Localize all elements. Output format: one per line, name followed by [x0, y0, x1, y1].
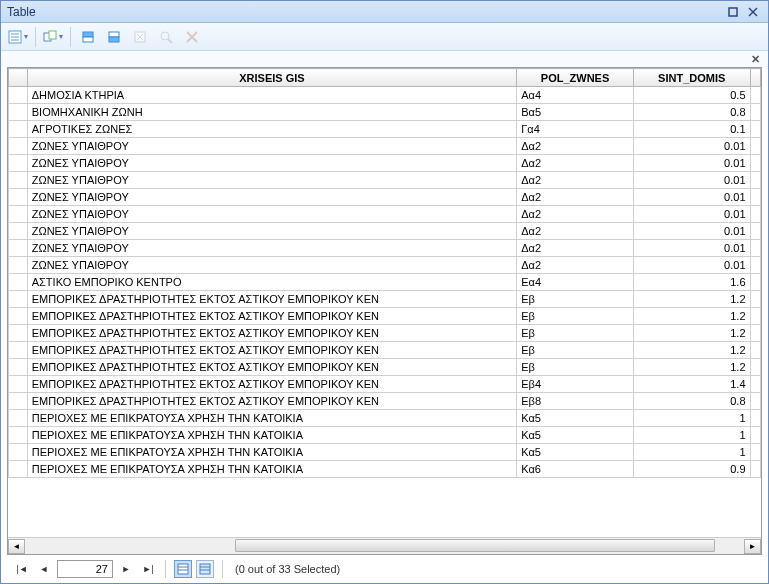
cell-xriseis[interactable]: ΖΩΝΕΣ ΥΠΑΙΘΡΟΥ: [27, 172, 517, 189]
table-row[interactable]: ΠΕΡΙΟΧΕΣ ΜΕ ΕΠΙΚΡΑΤΟΥΣΑ ΧΡΗΣΗ ΤΗΝ ΚΑΤΟΙΚ…: [9, 427, 761, 444]
delete-selected-icon[interactable]: [181, 26, 203, 48]
row-selector[interactable]: [9, 172, 28, 189]
cell-pol-zwnes[interactable]: Εβ: [517, 308, 634, 325]
table-row[interactable]: ΖΩΝΕΣ ΥΠΑΙΘΡΟΥΔα20.01: [9, 172, 761, 189]
close-icon[interactable]: [744, 5, 762, 19]
cell-pol-zwnes[interactable]: Κα5: [517, 444, 634, 461]
table-row[interactable]: ΕΜΠΟΡΙΚΕΣ ΔΡΑΣΤΗΡΙΟΤΗΤΕΣ ΕΚΤΟΣ ΑΣΤΙΚΟΥ Ε…: [9, 376, 761, 393]
last-record-button[interactable]: ►|: [139, 560, 157, 578]
column-header-xriseis[interactable]: XRISEIS GIS: [27, 69, 517, 87]
cell-xriseis[interactable]: ΕΜΠΟΡΙΚΕΣ ΔΡΑΣΤΗΡΙΟΤΗΤΕΣ ΕΚΤΟΣ ΑΣΤΙΚΟΥ Ε…: [27, 291, 517, 308]
row-selector[interactable]: [9, 444, 28, 461]
cell-sint-domis[interactable]: 0.01: [633, 189, 750, 206]
row-selector[interactable]: [9, 308, 28, 325]
cell-sint-domis[interactable]: 1.2: [633, 342, 750, 359]
table-row[interactable]: ΕΜΠΟΡΙΚΕΣ ΔΡΑΣΤΗΡΙΟΤΗΤΕΣ ΕΚΤΟΣ ΑΣΤΙΚΟΥ Ε…: [9, 342, 761, 359]
cell-xriseis[interactable]: ΕΜΠΟΡΙΚΕΣ ΔΡΑΣΤΗΡΙΟΤΗΤΕΣ ΕΚΤΟΣ ΑΣΤΙΚΟΥ Ε…: [27, 342, 517, 359]
scroll-left-button[interactable]: ◄: [8, 539, 25, 554]
table-row[interactable]: ΖΩΝΕΣ ΥΠΑΙΘΡΟΥΔα20.01: [9, 240, 761, 257]
column-header-sint-domis[interactable]: SINT_DOMIS: [633, 69, 750, 87]
table-row[interactable]: ΠΕΡΙΟΧΕΣ ΜΕ ΕΠΙΚΡΑΤΟΥΣΑ ΧΡΗΣΗ ΤΗΝ ΚΑΤΟΙΚ…: [9, 444, 761, 461]
row-selector[interactable]: [9, 206, 28, 223]
scroll-thumb[interactable]: [235, 539, 715, 552]
cell-xriseis[interactable]: ΕΜΠΟΡΙΚΕΣ ΔΡΑΣΤΗΡΙΟΤΗΤΕΣ ΕΚΤΟΣ ΑΣΤΙΚΟΥ Ε…: [27, 376, 517, 393]
cell-xriseis[interactable]: ΖΩΝΕΣ ΥΠΑΙΘΡΟΥ: [27, 138, 517, 155]
cell-pol-zwnes[interactable]: Δα2: [517, 155, 634, 172]
cell-xriseis[interactable]: ΖΩΝΕΣ ΥΠΑΙΘΡΟΥ: [27, 155, 517, 172]
cell-overflow[interactable]: [750, 444, 760, 461]
cell-xriseis[interactable]: ΠΕΡΙΟΧΕΣ ΜΕ ΕΠΙΚΡΑΤΟΥΣΑ ΧΡΗΣΗ ΤΗΝ ΚΑΤΟΙΚ…: [27, 427, 517, 444]
cell-sint-domis[interactable]: 0.01: [633, 206, 750, 223]
cell-pol-zwnes[interactable]: Δα2: [517, 240, 634, 257]
cell-overflow[interactable]: [750, 393, 760, 410]
cell-sint-domis[interactable]: 0.01: [633, 155, 750, 172]
cell-overflow[interactable]: [750, 359, 760, 376]
cell-overflow[interactable]: [750, 291, 760, 308]
cell-pol-zwnes[interactable]: Κα5: [517, 410, 634, 427]
table-row[interactable]: ΕΜΠΟΡΙΚΕΣ ΔΡΑΣΤΗΡΙΟΤΗΤΕΣ ΕΚΤΟΣ ΑΣΤΙΚΟΥ Ε…: [9, 325, 761, 342]
cell-sint-domis[interactable]: 0.01: [633, 172, 750, 189]
table-row[interactable]: ΑΓΡΟΤΙΚΕΣ ΖΩΝΕΣΓα40.1: [9, 121, 761, 138]
cell-pol-zwnes[interactable]: Εβ: [517, 342, 634, 359]
row-selector[interactable]: [9, 223, 28, 240]
cell-sint-domis[interactable]: 0.8: [633, 393, 750, 410]
row-selector[interactable]: [9, 104, 28, 121]
cell-pol-zwnes[interactable]: Δα2: [517, 138, 634, 155]
cell-xriseis[interactable]: ΖΩΝΕΣ ΥΠΑΙΘΡΟΥ: [27, 223, 517, 240]
cell-overflow[interactable]: [750, 427, 760, 444]
switch-selection-button[interactable]: [103, 26, 125, 48]
cell-sint-domis[interactable]: 1.2: [633, 291, 750, 308]
cell-sint-domis[interactable]: 0.01: [633, 257, 750, 274]
cell-sint-domis[interactable]: 1.2: [633, 308, 750, 325]
cell-overflow[interactable]: [750, 274, 760, 291]
row-selector[interactable]: [9, 257, 28, 274]
first-record-button[interactable]: |◄: [13, 560, 31, 578]
cell-overflow[interactable]: [750, 342, 760, 359]
cell-xriseis[interactable]: ΖΩΝΕΣ ΥΠΑΙΘΡΟΥ: [27, 240, 517, 257]
cell-xriseis[interactable]: ΕΜΠΟΡΙΚΕΣ ΔΡΑΣΤΗΡΙΟΤΗΤΕΣ ΕΚΤΟΣ ΑΣΤΙΚΟΥ Ε…: [27, 325, 517, 342]
cell-xriseis[interactable]: ΕΜΠΟΡΙΚΕΣ ΔΡΑΣΤΗΡΙΟΤΗΤΕΣ ΕΚΤΟΣ ΑΣΤΙΚΟΥ Ε…: [27, 308, 517, 325]
cell-pol-zwnes[interactable]: Γα4: [517, 121, 634, 138]
row-selector[interactable]: [9, 342, 28, 359]
cell-overflow[interactable]: [750, 308, 760, 325]
cell-sint-domis[interactable]: 0.01: [633, 240, 750, 257]
cell-overflow[interactable]: [750, 461, 760, 478]
table-row[interactable]: ΖΩΝΕΣ ΥΠΑΙΘΡΟΥΔα20.01: [9, 189, 761, 206]
cell-pol-zwnes[interactable]: Δα2: [517, 172, 634, 189]
table-row[interactable]: ΖΩΝΕΣ ΥΠΑΙΘΡΟΥΔα20.01: [9, 155, 761, 172]
cell-sint-domis[interactable]: 1: [633, 427, 750, 444]
cell-xriseis[interactable]: ΠΕΡΙΟΧΕΣ ΜΕ ΕΠΙΚΡΑΤΟΥΣΑ ΧΡΗΣΗ ΤΗΝ ΚΑΤΟΙΚ…: [27, 410, 517, 427]
row-selector[interactable]: [9, 274, 28, 291]
maximize-icon[interactable]: [724, 5, 742, 19]
cell-sint-domis[interactable]: 1.4: [633, 376, 750, 393]
column-header-pol-zwnes[interactable]: POL_ZWNES: [517, 69, 634, 87]
cell-xriseis[interactable]: ΕΜΠΟΡΙΚΕΣ ΔΡΑΣΤΗΡΙΟΤΗΤΕΣ ΕΚΤΟΣ ΑΣΤΙΚΟΥ Ε…: [27, 393, 517, 410]
table-row[interactable]: ΕΜΠΟΡΙΚΕΣ ΔΡΑΣΤΗΡΙΟΤΗΤΕΣ ΕΚΤΟΣ ΑΣΤΙΚΟΥ Ε…: [9, 359, 761, 376]
row-selector[interactable]: [9, 393, 28, 410]
cell-pol-zwnes[interactable]: Βα5: [517, 104, 634, 121]
related-tables-button[interactable]: [42, 26, 64, 48]
table-row[interactable]: ΖΩΝΕΣ ΥΠΑΙΘΡΟΥΔα20.01: [9, 138, 761, 155]
row-selector[interactable]: [9, 87, 28, 104]
cell-sint-domis[interactable]: 1: [633, 444, 750, 461]
row-selector[interactable]: [9, 410, 28, 427]
cell-xriseis[interactable]: ΒΙΟΜΗΧΑΝΙΚΗ ΖΩΝΗ: [27, 104, 517, 121]
row-selector[interactable]: [9, 138, 28, 155]
row-selector[interactable]: [9, 155, 28, 172]
table-row[interactable]: ΖΩΝΕΣ ΥΠΑΙΘΡΟΥΔα20.01: [9, 206, 761, 223]
cell-sint-domis[interactable]: 0.8: [633, 104, 750, 121]
cell-pol-zwnes[interactable]: Εα4: [517, 274, 634, 291]
row-selector[interactable]: [9, 121, 28, 138]
table-row[interactable]: ΖΩΝΕΣ ΥΠΑΙΘΡΟΥΔα20.01: [9, 257, 761, 274]
cell-xriseis[interactable]: ΔΗΜΟΣΙΑ ΚΤΗΡΙΑ: [27, 87, 517, 104]
column-header-selector[interactable]: [9, 69, 28, 87]
cell-overflow[interactable]: [750, 155, 760, 172]
cell-overflow[interactable]: [750, 240, 760, 257]
table-row[interactable]: ΑΣΤΙΚΟ ΕΜΠΟΡΙΚΟ ΚΕΝΤΡΟΕα41.6: [9, 274, 761, 291]
cell-xriseis[interactable]: ΑΓΡΟΤΙΚΕΣ ΖΩΝΕΣ: [27, 121, 517, 138]
row-selector[interactable]: [9, 461, 28, 478]
cell-overflow[interactable]: [750, 257, 760, 274]
cell-overflow[interactable]: [750, 223, 760, 240]
cell-pol-zwnes[interactable]: Δα2: [517, 223, 634, 240]
cell-pol-zwnes[interactable]: Εβ: [517, 291, 634, 308]
